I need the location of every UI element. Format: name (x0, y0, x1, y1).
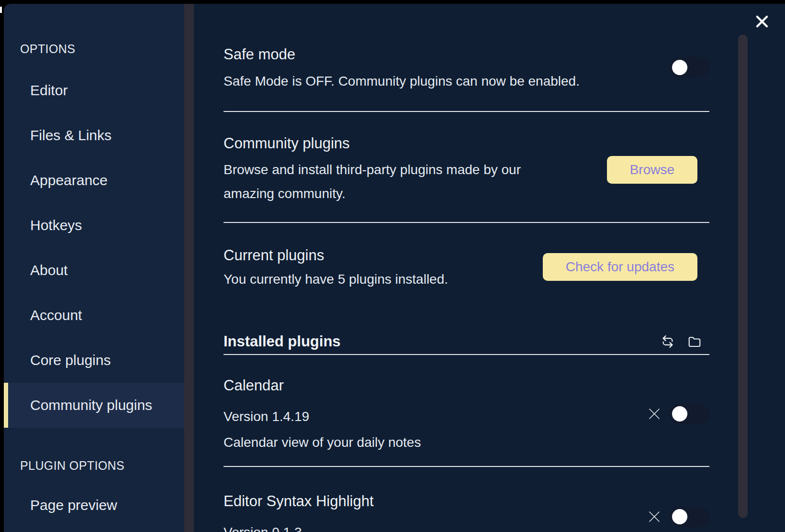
current-plugins-setting: Current plugins You currently have 5 plu… (224, 246, 709, 288)
sidebar-item-hotkeys[interactable]: Hotkeys (4, 203, 184, 248)
plugin-row-calendar: Calendar Version 1.4.19 Calendar view of… (224, 376, 709, 452)
sidebar-item-label: Page preview (30, 497, 117, 513)
plugin-version: Version 0.1.3 (224, 523, 647, 532)
sidebar-item-page-preview[interactable]: Page preview (4, 483, 184, 528)
plugin-description: Calendar view of your daily notes (224, 433, 647, 452)
divider (224, 354, 709, 355)
settings-sidebar: OPTIONS Editor Files & Links Appearance … (4, 4, 184, 532)
sidebar-item-community-plugins[interactable]: Community plugins (4, 383, 184, 428)
scrollbar[interactable] (738, 34, 748, 518)
sidebar-item-label: Editor (30, 82, 67, 99)
sidebar-item-files-links[interactable]: Files & Links (4, 113, 184, 158)
sidebar-heading-plugin-options: PLUGIN OPTIONS (20, 456, 184, 475)
uninstall-plugin-icon[interactable] (647, 510, 662, 524)
sidebar-item-label: Account (30, 307, 82, 323)
community-plugins-setting: Community plugins Browse and install thi… (224, 134, 709, 206)
sidebar-item-label: Appearance (30, 172, 108, 188)
divider (224, 111, 709, 112)
browse-button[interactable]: Browse (607, 156, 697, 184)
safe-mode-title: Safe mode (224, 45, 669, 64)
sidebar-item-appearance[interactable]: Appearance (4, 158, 184, 203)
sidebar-item-account[interactable]: Account (4, 293, 184, 338)
check-for-updates-button[interactable]: Check for updates (543, 253, 697, 281)
sidebar-heading-options: OPTIONS (20, 39, 184, 58)
active-item-accent-bar (4, 383, 8, 428)
installed-plugins-title: Installed plugins (224, 332, 341, 351)
community-plugins-description: Browse and install third-party plugins m… (224, 158, 549, 206)
sidebar-item-core-plugins[interactable]: Core plugins (4, 338, 184, 383)
plugin-name: Editor Syntax Highlight (224, 492, 647, 511)
plugin-row-editor-syntax-highlight: Editor Syntax Highlight Version 0.1.3 (224, 492, 709, 532)
sidebar-item-editor[interactable]: Editor (4, 68, 184, 113)
sidebar-item-label: Files & Links (30, 127, 112, 144)
sidebar-item-label: Core plugins (30, 352, 111, 368)
close-icon[interactable] (754, 14, 770, 29)
sidebar-item-label: Community plugins (30, 397, 152, 413)
plugin-version: Version 1.4.19 (224, 408, 647, 426)
safe-mode-description: Safe Mode is OFF. Community plugins can … (224, 73, 669, 90)
sidebar-item-about[interactable]: About (4, 248, 184, 293)
settings-content: Safe mode Safe Mode is OFF. Community pl… (194, 4, 785, 532)
toggle-knob (672, 509, 687, 524)
installed-plugins-header: Installed plugins (224, 332, 709, 351)
current-plugins-description: You currently have 5 plugins installed. (224, 271, 543, 288)
folder-icon[interactable] (687, 334, 702, 349)
community-plugins-title: Community plugins (224, 134, 607, 153)
toggle-knob (672, 406, 687, 421)
settings-modal: OPTIONS Editor Files & Links Appearance … (4, 4, 785, 532)
safe-mode-toggle[interactable] (669, 57, 709, 78)
clipped-edge-artifact (0, 7, 2, 13)
sidebar-item-label: About (30, 262, 67, 278)
divider (224, 466, 709, 467)
sidebar-item-label: Hotkeys (30, 217, 82, 233)
plugin-toggle-editor-syntax-highlight[interactable] (669, 506, 709, 527)
plugin-name: Calendar (224, 376, 647, 395)
uninstall-plugin-icon[interactable] (647, 407, 662, 421)
current-plugins-title: Current plugins (224, 246, 543, 265)
swap-refresh-icon[interactable] (661, 334, 675, 349)
plugin-toggle-calendar[interactable] (669, 403, 709, 424)
toggle-knob (672, 60, 687, 75)
safe-mode-setting: Safe mode Safe Mode is OFF. Community pl… (224, 45, 709, 90)
divider (224, 222, 709, 223)
panel-separator (184, 4, 194, 532)
